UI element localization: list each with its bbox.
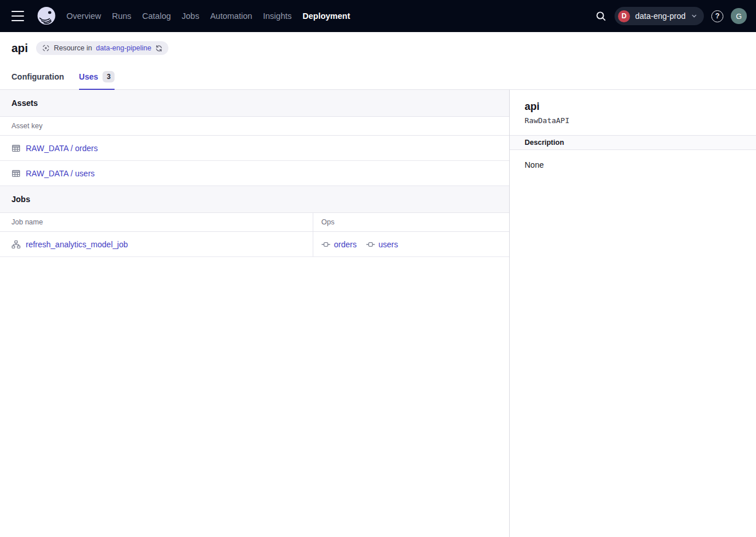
table-icon [11,169,21,178]
page-header: api Resource in data-eng-pipeline [0,32,756,64]
op-icon [366,240,375,249]
nav-item-catalog[interactable]: Catalog [142,11,171,21]
assets-section-header: Assets [0,90,509,117]
nav-right-cluster: D data-eng-prod ? G [594,7,747,25]
deployment-name: data-eng-prod [635,11,686,21]
user-avatar[interactable]: G [731,8,747,24]
uses-count-badge: 3 [103,71,115,82]
dagster-logo-icon[interactable] [36,5,57,27]
panel-resource-name: api [525,101,741,113]
code-location-link[interactable]: data-eng-pipeline [96,44,152,52]
resource-context-badge: Resource in data-eng-pipeline [36,41,168,55]
asset-row: RAW_DATA / orders [0,136,509,161]
nav-item-insights[interactable]: Insights [263,11,292,21]
nav-item-deployment[interactable]: Deployment [302,11,350,21]
job-icon [11,240,21,249]
description-section-header: Description [510,135,756,150]
asset-row: RAW_DATA / users [0,161,509,186]
panel-resource-type: RawDataAPI [525,116,741,125]
ops-column-header: Ops [321,218,334,226]
job-link[interactable]: refresh_analytics_model_job [26,240,128,249]
assets-column-headers: Asset key [0,117,509,136]
resource-icon [42,44,50,52]
jobs-column-headers: Job name Ops [0,213,509,232]
resource-badge-text: Resource in [54,44,92,52]
tab-uses[interactable]: Uses 3 [79,64,115,89]
deployment-switcher[interactable]: D data-eng-prod [615,7,704,25]
tab-bar: Configuration Uses 3 [0,64,756,90]
tab-configuration[interactable]: Configuration [11,64,64,89]
chevron-down-icon [691,13,698,19]
search-icon[interactable] [594,10,607,22]
deployment-initial-badge: D [618,10,630,22]
help-icon[interactable]: ? [711,10,723,22]
content-area: Assets Asset key RAW_DATA / orders [0,90,756,537]
resource-detail-panel: api RawDataAPI Description None [510,90,756,537]
asset-key-column-header: Asset key [0,122,42,130]
top-nav: Overview Runs Catalog Jobs Automation In… [0,0,756,32]
description-value: None [510,150,756,180]
nav-item-automation[interactable]: Automation [210,11,252,21]
op-link[interactable]: users [366,240,398,249]
hamburger-menu-icon[interactable] [11,11,25,21]
jobs-section-header: Jobs [0,186,509,213]
asset-link[interactable]: RAW_DATA / orders [26,144,98,153]
nav-item-runs[interactable]: Runs [112,11,131,21]
uses-main: Assets Asset key RAW_DATA / orders [0,90,510,537]
job-row: refresh_analytics_model_job orders [0,232,509,257]
page-title: api [11,42,28,55]
table-icon [11,144,21,153]
job-name-column-header: Job name [0,218,43,226]
asset-link[interactable]: RAW_DATA / users [26,169,94,178]
nav-item-overview[interactable]: Overview [66,11,101,21]
op-icon [321,240,330,249]
op-link[interactable]: orders [321,240,357,249]
nav-item-jobs[interactable]: Jobs [182,11,199,21]
refresh-icon[interactable] [155,45,163,52]
primary-nav: Overview Runs Catalog Jobs Automation In… [66,11,350,21]
